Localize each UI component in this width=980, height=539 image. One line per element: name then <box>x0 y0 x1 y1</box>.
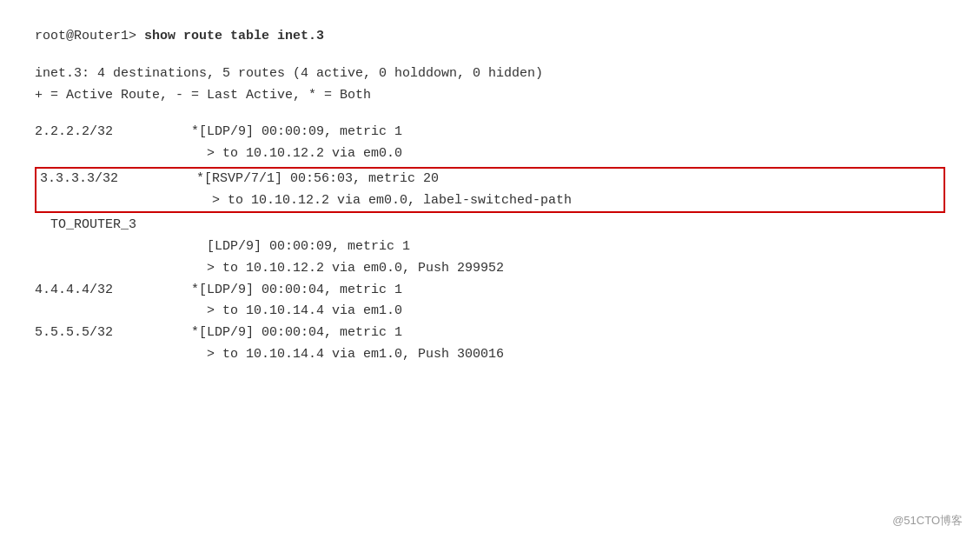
route-222-line2: > to 10.10.12.2 via em0.0 <box>35 143 945 165</box>
route-333-extra: TO_ROUTER_3 [LDP/9] 00:00:09, metric 1 >… <box>35 215 945 279</box>
prompt: root@Router1> <box>35 29 136 43</box>
route-table: 2.2.2.2/32 *[LDP/9] 00:00:09, metric 1 >… <box>35 122 945 365</box>
inet-summary: inet.3: 4 destinations, 5 routes (4 acti… <box>35 63 945 85</box>
command-line: root@Router1> show route table inet.3 <box>35 26 945 48</box>
route-333-line3: [LDP/9] 00:00:09, metric 1 <box>35 236 945 258</box>
route-333-line1: 3.3.3.3/32 *[RSVP/7/1] 00:56:03, metric … <box>36 169 944 190</box>
route-555-line1: 5.5.5.5/32 *[LDP/9] 00:00:04, metric 1 <box>35 323 945 344</box>
route-333-highlight-box: 3.3.3.3/32 *[RSVP/7/1] 00:56:03, metric … <box>35 167 945 214</box>
route-444: 4.4.4.4/32 *[LDP/9] 00:00:04, metric 1 >… <box>35 280 945 323</box>
terminal-container: root@Router1> show route table inet.3 in… <box>0 0 980 392</box>
route-444-line2: > to 10.10.14.4 via em1.0 <box>35 301 945 323</box>
route-333-line4: > to 10.10.12.2 via em0.0, Push 299952 <box>35 258 945 280</box>
route-444-line1: 4.4.4.4/32 *[LDP/9] 00:00:04, metric 1 <box>35 280 945 302</box>
route-222-line1: 2.2.2.2/32 *[LDP/9] 00:00:09, metric 1 <box>35 122 945 143</box>
route-333-label: TO_ROUTER_3 <box>35 215 945 236</box>
command: show route table inet.3 <box>144 29 324 43</box>
watermark-text: @51CTO博客 <box>892 514 963 527</box>
route-222: 2.2.2.2/32 *[LDP/9] 00:00:09, metric 1 >… <box>35 122 945 165</box>
watermark: @51CTO博客 <box>892 513 963 529</box>
route-333-line2: > to 10.10.12.2 via em0.0, label-switche… <box>36 190 944 212</box>
info-block: inet.3: 4 destinations, 5 routes (4 acti… <box>35 63 945 107</box>
route-555: 5.5.5.5/32 *[LDP/9] 00:00:04, metric 1 >… <box>35 323 945 366</box>
legend: + = Active Route, - = Last Active, * = B… <box>35 85 945 107</box>
route-555-line2: > to 10.10.14.4 via em1.0, Push 300016 <box>35 344 945 366</box>
